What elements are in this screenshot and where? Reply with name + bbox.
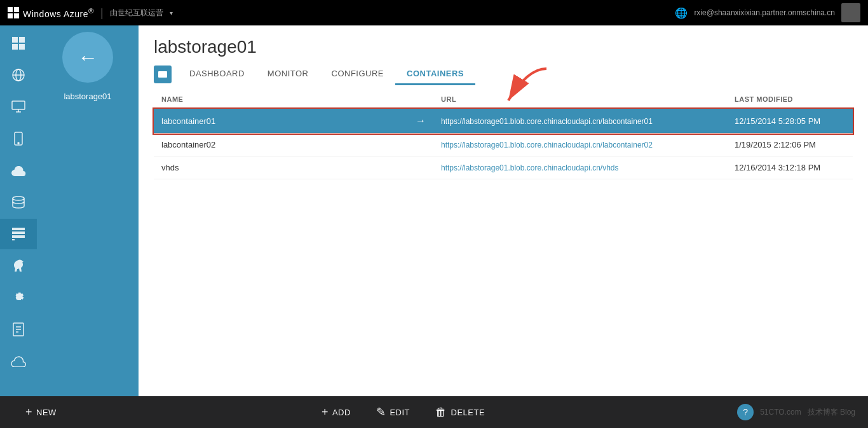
svg-rect-0 <box>12 37 18 43</box>
tab-containers[interactable]: CONTAINERS <box>395 64 475 85</box>
svg-rect-1 <box>19 37 25 43</box>
content-area: labstorage01 DASHBOARD MONITOR CONFIGURE… <box>139 25 868 396</box>
sidebar-item-report[interactable] <box>0 314 37 345</box>
delete-icon: 🗑 <box>435 406 447 419</box>
help-icon: ? <box>743 407 748 417</box>
help-button[interactable]: ? <box>737 404 754 420</box>
edit-icon: ✎ <box>376 405 386 419</box>
new-icon: + <box>25 406 32 419</box>
new-button[interactable]: + NEW <box>13 396 69 428</box>
svg-rect-23 <box>159 74 166 75</box>
back-icon: ← <box>78 46 98 69</box>
logo[interactable]: Windows Azure® <box>8 6 94 19</box>
svg-rect-3 <box>19 44 25 50</box>
svg-rect-13 <box>12 228 25 230</box>
container-name: vhds <box>161 163 179 172</box>
sidebar-item-database[interactable] <box>0 187 37 217</box>
new-label: NEW <box>36 408 57 417</box>
edit-button[interactable]: ✎ EDIT <box>363 396 423 428</box>
page-header: labstorage01 DASHBOARD MONITOR CONFIGURE… <box>139 25 868 85</box>
row-url-cell: https://labstorage01.blob.core.chinaclou… <box>433 109 727 134</box>
brand-trademark: ® <box>88 6 94 15</box>
svg-point-12 <box>13 197 24 200</box>
svg-rect-16 <box>12 239 15 240</box>
tab-dashboard[interactable]: DASHBOARD <box>178 64 256 85</box>
topbar-subtitle: 由世纪互联运营 <box>110 8 163 18</box>
table-row[interactable]: labcontainer02 https://labstorage01.blob… <box>154 134 853 156</box>
svg-rect-7 <box>12 101 25 109</box>
container-url[interactable]: https://labstorage01.blob.core.chinaclou… <box>441 141 653 149</box>
col-url: URL <box>433 90 727 109</box>
col-last-modified: LAST MODIFIED <box>727 90 853 109</box>
sidebar-item-elephant[interactable] <box>0 251 37 281</box>
page-title: labstorage01 <box>154 37 853 57</box>
add-label: ADD <box>332 408 351 417</box>
row-name-cell[interactable]: vhds <box>154 156 433 179</box>
watermark: 51CTO.com 技术博客 Blog <box>760 407 855 418</box>
topbar: Windows Azure® | 由世纪互联运营 ▾ 🌐 rxie@shaanx… <box>0 0 868 25</box>
table-row[interactable]: vhds https://labstorage01.blob.core.chin… <box>154 156 853 179</box>
sidebar-resource-label: labstorage01 <box>64 92 111 101</box>
icon-bar <box>0 25 37 396</box>
row-modified-cell: 12/16/2014 3:12:18 PM <box>727 156 853 179</box>
action-bar: + NEW + ADD ✎ EDIT 🗑 DELETE ? 51CTO.com … <box>0 396 868 428</box>
svg-point-11 <box>18 142 19 144</box>
container-url: https://labstorage01.blob.core.chinaclou… <box>441 117 653 126</box>
row-modified-cell: 12/15/2014 5:28:05 PM <box>727 109 853 134</box>
sidebar-item-table[interactable] <box>0 219 37 249</box>
sidebar-item-gear[interactable] <box>0 282 37 313</box>
table-area: NAME URL LAST MODIFIED labcontainer01 → <box>139 90 868 396</box>
topbar-avatar[interactable] <box>841 3 860 22</box>
topbar-divider: | <box>100 6 104 20</box>
tab-monitor[interactable]: MONITOR <box>256 64 320 85</box>
containers-table: NAME URL LAST MODIFIED labcontainer01 → <box>154 90 853 179</box>
svg-rect-14 <box>12 231 25 234</box>
tab-storage-icon <box>154 66 172 83</box>
row-name-cell[interactable]: labcontainer02 <box>154 134 433 156</box>
row-modified-cell: 1/19/2015 2:12:06 PM <box>727 134 853 156</box>
container-name: labcontainer01 <box>161 116 215 126</box>
sidebar-item-globe[interactable] <box>0 60 37 90</box>
svg-rect-2 <box>12 44 18 50</box>
sidebar-item-mobile[interactable] <box>0 123 37 154</box>
add-icon: + <box>322 406 329 419</box>
sidebar: ← labstorage01 <box>37 25 139 396</box>
row-url-cell: https://labstorage01.blob.core.chinaclou… <box>433 134 727 156</box>
watermark-brand: 51CTO.com <box>760 408 801 417</box>
delete-label: DELETE <box>451 408 485 417</box>
sidebar-item-cloud[interactable] <box>0 155 37 186</box>
sidebar-item-monitor[interactable] <box>0 92 37 122</box>
container-name: labcontainer02 <box>161 140 215 149</box>
row-name-cell[interactable]: labcontainer01 → <box>154 109 433 134</box>
windows-logo-icon <box>8 7 19 18</box>
svg-rect-15 <box>12 235 25 238</box>
row-arrow-icon: → <box>416 115 426 127</box>
topbar-email: rxie@shaanxixixian.partner.onmschina.cn <box>694 8 835 17</box>
tab-bar: DASHBOARD MONITOR CONFIGURE CONTAINERS <box>154 64 853 85</box>
col-name: NAME <box>154 90 433 109</box>
edit-label: EDIT <box>390 408 410 417</box>
container-url[interactable]: https://labstorage01.blob.core.chinaclou… <box>441 163 619 172</box>
back-button[interactable]: ← <box>62 32 113 83</box>
row-url-cell: https://labstorage01.blob.core.chinaclou… <box>433 156 727 179</box>
watermark-subtitle: 技术博客 Blog <box>808 408 855 417</box>
topbar-dropdown-icon[interactable]: ▾ <box>170 10 173 17</box>
sidebar-item-cloud2[interactable] <box>0 346 37 376</box>
tab-configure[interactable]: CONFIGURE <box>320 64 396 85</box>
table-row[interactable]: labcontainer01 → https://labstorage01.bl… <box>154 109 853 134</box>
topbar-globe-icon: 🌐 <box>675 7 688 19</box>
sidebar-item-grid[interactable] <box>0 28 37 59</box>
svg-rect-22 <box>159 73 166 74</box>
add-button[interactable]: + ADD <box>309 396 363 428</box>
delete-button[interactable]: 🗑 DELETE <box>423 396 498 428</box>
table-header-row: NAME URL LAST MODIFIED <box>154 90 853 109</box>
brand-name: Windows Azure® <box>23 6 94 19</box>
